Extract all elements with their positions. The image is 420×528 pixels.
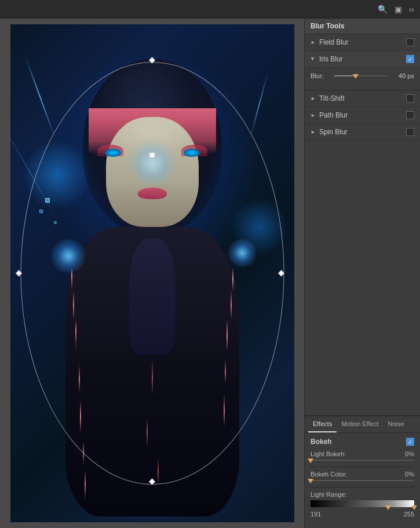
light-bokeh-row: Light Bokeh: 0%: [311, 450, 414, 461]
tilt-shift-item[interactable]: ► Tilt-Shift: [305, 90, 420, 107]
iris-blur-item[interactable]: ► Iris Blur: [305, 51, 420, 68]
flare-left: [51, 239, 86, 273]
light-bokeh-label-row: Light Bokeh: 0%: [311, 450, 414, 457]
streak-center-1: [152, 360, 153, 395]
field-blur-item[interactable]: ► Field Blur: [305, 34, 420, 51]
streak-right-1: [232, 267, 233, 291]
light-bokeh-value: 0%: [405, 450, 414, 457]
streak-right-4: [225, 360, 226, 383]
path-blur-label: Path Blur: [319, 111, 406, 119]
streak-left-7: [85, 470, 86, 499]
eye-left: [105, 149, 121, 157]
streak-left-6: [83, 441, 84, 464]
blur-value: 40 px: [391, 72, 414, 79]
streak-left-2: [73, 291, 74, 320]
spacer: [305, 141, 420, 415]
light-range-left-value: 191: [311, 511, 321, 518]
iris-blur-label: Iris Blur: [319, 55, 406, 63]
suit-center: [129, 239, 176, 354]
bg-glow-1: [22, 140, 92, 210]
light-range-values: 191 255: [311, 511, 414, 518]
streak-right-5: [224, 395, 225, 427]
bg-line-2: [249, 72, 268, 139]
streak-right-2: [231, 291, 232, 320]
light-range-right-value: 255: [404, 511, 414, 518]
bokeh-color-label: Bokeh Color:: [311, 471, 405, 478]
tilt-shift-arrow: ►: [311, 96, 316, 101]
bokeh-color-row: Bokeh Color: 0%: [311, 471, 414, 481]
right-panel: Blur Tools ► Field Blur ► Iris Blur Blur…: [304, 19, 420, 528]
light-range-label-row: Light Range:: [311, 491, 414, 498]
canvas-area: [0, 19, 304, 528]
light-range-thumb-left[interactable]: [385, 505, 391, 510]
bokeh-color-track[interactable]: [311, 480, 414, 481]
light-range-thumb-right[interactable]: [411, 505, 417, 510]
spin-blur-label: Spin Blur: [319, 128, 406, 136]
spin-blur-arrow: ►: [311, 129, 316, 135]
light-bokeh-label: Light Bokeh:: [311, 450, 405, 457]
streak-center-3: [158, 459, 159, 485]
light-bokeh-track[interactable]: [311, 460, 414, 461]
spin-blur-checkbox[interactable]: [406, 128, 414, 136]
tilt-shift-label: Tilt-Shift: [319, 94, 406, 102]
lips: [138, 188, 167, 199]
divider-1: [311, 467, 414, 467]
light-range-row: Light Range: 191 255: [311, 491, 414, 518]
bokeh-header-row: Bokeh: [311, 438, 414, 446]
more-icon[interactable]: ››: [409, 5, 414, 14]
blur-tools-header: Blur Tools: [305, 19, 420, 34]
light-range-label: Light Range:: [311, 491, 414, 498]
flare-top: [129, 140, 176, 186]
pixel-2: [39, 210, 43, 213]
streak-left-3: [75, 320, 76, 354]
bg-line-1: [24, 56, 55, 138]
blur-slider-container[interactable]: [334, 75, 388, 76]
bokeh-checkbox[interactable]: [406, 438, 414, 446]
field-blur-arrow: ►: [311, 39, 316, 45]
iris-blur-settings: Blur: 40 px: [305, 68, 420, 90]
eye-right: [184, 149, 200, 157]
bokeh-color-thumb[interactable]: [308, 479, 313, 483]
tab-effects[interactable]: Effects: [308, 416, 337, 432]
streak-center-2: [147, 418, 148, 447]
field-blur-label: Field Blur: [319, 38, 406, 46]
path-blur-arrow: ►: [311, 112, 316, 118]
canvas-background: [10, 24, 294, 522]
search-icon[interactable]: 🔍: [378, 5, 388, 14]
divider-2: [311, 487, 414, 487]
effects-tab-bar: Effects Motion Effect Noise: [305, 415, 420, 433]
tilt-shift-checkbox[interactable]: [406, 94, 414, 102]
pixel-1: [45, 198, 50, 203]
iris-blur-arrow: ►: [310, 57, 316, 62]
bokeh-color-label-row: Bokeh Color: 0%: [311, 471, 414, 478]
streak-right-3: [227, 320, 228, 351]
canvas-image-container: [10, 24, 294, 522]
blur-amount-row: Blur: 40 px: [311, 72, 414, 79]
path-blur-checkbox[interactable]: [406, 111, 414, 119]
field-blur-checkbox[interactable]: [406, 38, 414, 46]
blur-slider-track: [334, 75, 388, 76]
flare-right: [228, 239, 257, 267]
streak-left-4: [79, 366, 80, 392]
tab-noise[interactable]: Noise: [383, 416, 408, 432]
bokeh-color-value: 0%: [405, 471, 414, 478]
streak-left-5: [80, 401, 81, 432]
spin-blur-item[interactable]: ► Spin Blur: [305, 124, 420, 141]
pixel-3: [54, 221, 57, 224]
light-range-slider[interactable]: [311, 500, 414, 507]
iris-blur-checkbox[interactable]: [406, 55, 414, 63]
light-bokeh-thumb[interactable]: [308, 459, 313, 463]
blur-label: Blur:: [311, 72, 331, 79]
effects-panel: Bokeh Light Bokeh: 0% Bokeh Color: 0%: [305, 433, 420, 528]
tab-motion-effect[interactable]: Motion Effect: [337, 416, 383, 432]
main-area: Blur Tools ► Field Blur ► Iris Blur Blur…: [0, 19, 420, 528]
window-icon[interactable]: ▣: [395, 5, 402, 14]
blur-slider-thumb[interactable]: [353, 74, 359, 79]
path-blur-item[interactable]: ► Path Blur: [305, 107, 420, 124]
top-bar: 🔍 ▣ ››: [0, 0, 420, 19]
bokeh-title: Bokeh: [311, 438, 406, 446]
